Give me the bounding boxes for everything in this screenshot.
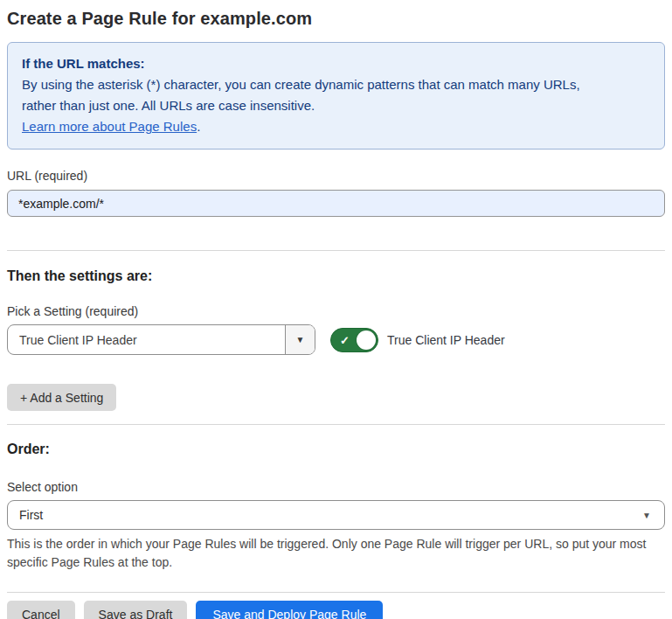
url-field-label: URL (required) — [7, 169, 665, 183]
setting-select-value: True Client IP Header — [8, 325, 285, 354]
section-divider — [7, 424, 665, 425]
footer-actions: Cancel Save as Draft Save and Deploy Pag… — [7, 601, 665, 619]
settings-section-heading: Then the settings are: — [7, 268, 665, 284]
setting-toggle[interactable]: ✓ — [330, 328, 378, 352]
cancel-button[interactable]: Cancel — [7, 601, 75, 619]
save-and-deploy-button[interactable]: Save and Deploy Page Rule — [196, 601, 383, 619]
setting-select[interactable]: True Client IP Header ▼ — [7, 324, 315, 355]
order-select-value: First — [19, 508, 43, 522]
url-match-info-box: If the URL matches: By using the asteris… — [7, 42, 665, 150]
toggle-knob — [357, 330, 376, 350]
info-box-link-line: Learn more about Page Rules. — [22, 116, 650, 137]
order-select-label: Select option — [7, 480, 665, 494]
page-title: Create a Page Rule for example.com — [7, 7, 665, 29]
info-box-body-line2: rather than just one. All URLs are case … — [22, 95, 650, 116]
learn-more-link[interactable]: Learn more about Page Rules — [22, 119, 197, 134]
chevron-down-icon: ▼ — [642, 511, 651, 520]
url-input[interactable] — [7, 190, 665, 217]
checkmark-icon: ✓ — [340, 334, 350, 345]
add-setting-button[interactable]: + Add a Setting — [7, 384, 116, 411]
order-section-heading: Order: — [7, 442, 665, 457]
pick-setting-label: Pick a Setting (required) — [7, 304, 665, 318]
info-box-heading: If the URL matches: — [22, 53, 650, 74]
info-box-body-line1: By using the asterisk (*) character, you… — [22, 74, 650, 95]
order-select[interactable]: First ▼ — [7, 500, 665, 530]
footer-divider — [7, 592, 665, 593]
save-as-draft-button[interactable]: Save as Draft — [84, 601, 188, 619]
section-divider — [7, 250, 665, 251]
link-suffix: . — [197, 119, 200, 134]
setting-toggle-label: True Client IP Header — [387, 333, 505, 347]
chevron-down-icon[interactable]: ▼ — [285, 325, 315, 354]
setting-row: True Client IP Header ▼ ✓ True Client IP… — [7, 324, 665, 355]
order-help-text: This is the order in which your Page Rul… — [7, 535, 661, 572]
